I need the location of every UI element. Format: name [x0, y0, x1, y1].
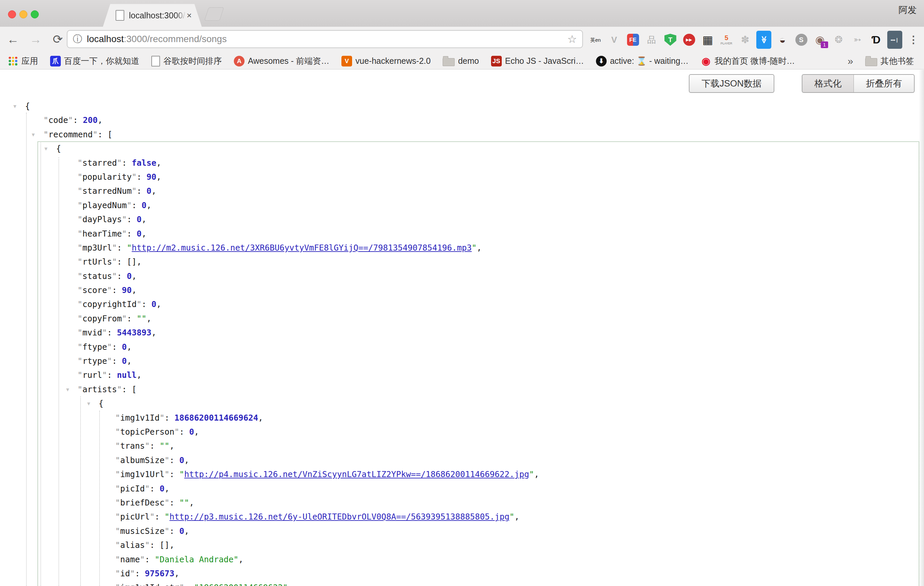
json-value: 0 — [179, 526, 185, 536]
json-key: mp3Url — [82, 243, 112, 253]
bookmark-item[interactable]: JSEcho JS - JavaScri… — [491, 56, 584, 66]
json-punctuation: , — [169, 441, 174, 451]
json-tree: ▼{"code": 200,▼"recommend": [▼{"starred"… — [0, 99, 539, 586]
page-info-icon[interactable]: ⓘ — [73, 33, 82, 45]
json-punctuation: [ — [107, 130, 112, 139]
bookmark-label: Awesomes - 前端资… — [248, 56, 329, 66]
json-quote: " — [122, 229, 127, 239]
fast-forward-extension-icon[interactable]: ▶▶ — [681, 31, 696, 49]
bookmarks-overflow-chevron[interactable]: » — [848, 56, 853, 67]
sitemap-extension-icon[interactable]: 品 — [644, 31, 659, 49]
new-tab-button[interactable] — [205, 7, 224, 21]
window-close-button[interactable] — [8, 10, 16, 18]
json-url-link[interactable]: http://p4.music.126.net/VnZiScyynLG7atLI… — [185, 469, 530, 479]
browser-toolbar: ← → ⟳ ⓘ localhost:3000/recommend/songs ☆… — [0, 27, 924, 53]
json-quote: " — [472, 243, 477, 253]
json-punctuation: , — [156, 172, 161, 182]
format-button[interactable]: 格式化 — [802, 74, 854, 93]
bookmark-item[interactable]: ⬇active: ⌛ - waiting… — [596, 56, 688, 66]
overflow-tools-extension-icon[interactable]: •••❘ — [887, 31, 902, 49]
json-value: false — [132, 158, 156, 168]
shield-t-extension-icon[interactable]: T — [663, 31, 678, 49]
download-json-button[interactable]: 下载JSON数据 — [689, 74, 774, 93]
collapse-triangle-icon[interactable]: ▼ — [32, 128, 35, 142]
collapse-triangle-icon[interactable]: ▼ — [45, 142, 48, 156]
json-punctuation: , — [142, 215, 147, 224]
bookmark-label: 百度一下，你就知道 — [64, 56, 139, 66]
collapse-triangle-icon[interactable]: ▼ — [87, 396, 90, 411]
json-quote: " — [165, 456, 170, 465]
monkey-extension-icon[interactable]: ◉1 — [812, 31, 827, 49]
mask-extension-icon[interactable]: ◒ — [775, 31, 790, 49]
bookmark-label: 谷歌按时间排序 — [163, 56, 222, 66]
bookmark-star-icon[interactable]: ☆ — [567, 33, 577, 45]
scrollbar-fade[interactable] — [919, 70, 924, 586]
json-line: "mp3Url": "http://m2.music.126.net/3XR6B… — [0, 241, 539, 255]
hummingbird-extension-icon[interactable]: ➳ — [850, 31, 865, 49]
json-line: "briefDesc": "", — [0, 496, 539, 510]
json-quote: " — [165, 469, 170, 479]
bookmark-item[interactable]: Vvue-hackernews-2.0 — [342, 56, 431, 66]
json-key: id — [120, 569, 130, 578]
json-quote: " — [127, 200, 132, 210]
json-quote: " — [102, 370, 107, 380]
fe-extension-icon[interactable]: FE — [625, 31, 640, 49]
json-punctuation: , — [147, 200, 152, 210]
json-punctuation: , — [132, 285, 137, 295]
json-punctuation: { — [99, 399, 104, 408]
collapse-triangle-icon[interactable]: ▼ — [13, 99, 16, 113]
json-punctuation: : — [150, 540, 160, 550]
bookmark-item[interactable]: ◉我的首页 微博-随时… — [701, 56, 795, 66]
window-zoom-button[interactable] — [31, 10, 39, 18]
json-url-link[interactable]: http://p3.music.126.net/6y-UleORITEDbvrO… — [169, 512, 510, 522]
json-punctuation: : — [122, 385, 132, 394]
browser-tab[interactable]: localhost:3000/recommend/so × — [103, 4, 202, 27]
bookmark-item[interactable]: 谷歌按时间排序 — [151, 56, 222, 66]
tab-close-icon[interactable]: × — [187, 10, 192, 21]
other-bookmarks[interactable]: 其他书签 — [865, 56, 914, 66]
json-url-link[interactable]: http://m2.music.126.net/3XR6BU6yvtyVmFE8… — [132, 243, 472, 253]
json-punctuation: , — [132, 271, 137, 281]
json-punctuation: : — [169, 498, 179, 507]
forward-icon: → — [27, 29, 44, 50]
json-punctuation: , — [477, 243, 482, 253]
translate-extension-icon[interactable]: 英en — [588, 31, 603, 49]
bookmark-apps[interactable]: 应用 — [8, 56, 38, 66]
json-quote: " — [78, 158, 82, 168]
back-icon[interactable]: ← — [5, 29, 21, 50]
json-line: "img1v1Url": "http://p4.music.126.net/Vn… — [0, 467, 539, 482]
vue-devtools-extension-icon[interactable]: V — [607, 31, 622, 49]
collapse-all-button[interactable]: 折叠所有 — [854, 74, 915, 93]
json-line: "ftype": 0, — [0, 340, 539, 354]
json-value: null — [117, 370, 137, 380]
qr-code-extension-icon[interactable]: ▦ — [700, 31, 715, 49]
bookmark-item[interactable]: demo — [443, 56, 479, 66]
double-chevron-down-extension-icon[interactable]: ≫ — [756, 31, 771, 49]
json-punctuation: , — [142, 229, 147, 239]
bookmark-label: vue-hackernews-2.0 — [355, 56, 431, 66]
window-minimize-button[interactable] — [19, 10, 27, 18]
json-value: 0 — [127, 271, 132, 281]
json-punctuation: { — [56, 144, 61, 154]
paw-extension-icon[interactable]: ✽ — [738, 31, 752, 49]
json-quote: " — [78, 271, 82, 281]
bookmark-label: demo — [458, 56, 479, 66]
json-line: "hearTime": 0, — [0, 227, 539, 241]
weibo-bird-extension-icon[interactable]: ❂ — [831, 31, 846, 49]
s-letter-extension-icon[interactable]: S — [794, 31, 809, 49]
browser-menu-icon[interactable]: ⋮ — [906, 31, 921, 49]
bookmark-item[interactable]: AAwesomes - 前端资… — [234, 56, 329, 66]
collapse-triangle-icon[interactable]: ▼ — [66, 383, 69, 396]
json-quote: " — [137, 299, 142, 309]
json-punctuation: : — [127, 314, 137, 324]
d-letter-extension-icon[interactable]: Ɗ — [868, 31, 884, 49]
folder-icon — [865, 58, 877, 66]
profile-name[interactable]: 阿发 — [899, 4, 917, 16]
address-bar[interactable]: ⓘ localhost:3000/recommend/songs ☆ — [67, 30, 583, 48]
json-punctuation: : — [107, 328, 117, 337]
url-text: localhost:3000/recommend/songs — [87, 34, 227, 45]
reload-icon[interactable]: ⟳ — [50, 29, 66, 50]
bookmark-item[interactable]: 爪百度一下，你就知道 — [50, 56, 139, 66]
json-quote: " — [179, 469, 185, 479]
html5-player-extension-icon[interactable]: 5PLAYER — [719, 31, 734, 49]
